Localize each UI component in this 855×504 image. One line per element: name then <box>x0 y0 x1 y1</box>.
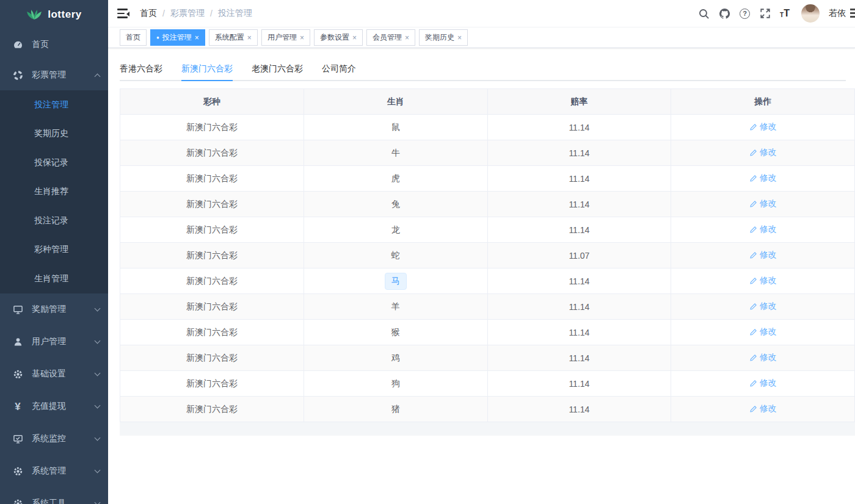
lottery-cell: 新澳门六合彩 <box>120 320 304 345</box>
edit-button[interactable]: 修改 <box>749 326 777 337</box>
submenu-item-lottery-type[interactable]: 彩种管理 <box>0 236 108 265</box>
edit-button[interactable]: 修改 <box>749 352 777 363</box>
odds-cell: 11.14 <box>487 345 671 371</box>
close-icon[interactable]: × <box>457 34 462 41</box>
gear-icon <box>12 466 23 477</box>
table-row: 新澳门六合彩 蛇 11.07 修改 <box>120 243 855 268</box>
component-icon <box>12 70 23 81</box>
app-logo[interactable]: lottery <box>0 0 108 29</box>
column-header-actions: 操作 <box>671 89 855 115</box>
edit-button[interactable]: 修改 <box>749 121 777 132</box>
tab-old-macau-lottery[interactable]: 老澳门六合彩 <box>252 57 303 81</box>
tab-new-macau-lottery[interactable]: 新澳门六合彩 <box>181 57 233 81</box>
odds-cell: 11.14 <box>487 397 671 422</box>
table-row: 新澳门六合彩 猴 11.14 修改 <box>120 320 855 345</box>
avatar[interactable] <box>801 4 820 23</box>
tag-system-config[interactable]: 系统配置 × <box>209 29 258 46</box>
edit-label: 修改 <box>760 352 777 363</box>
breadcrumb-separator: / <box>162 9 165 18</box>
submenu-item-bet-records[interactable]: 投注记录 <box>0 206 108 236</box>
edit-button[interactable]: 修改 <box>749 198 777 209</box>
zodiac-cell: 龙 <box>304 217 487 243</box>
edit-button[interactable]: 修改 <box>749 378 777 389</box>
sidebar-item-reward-management[interactable]: 奖励管理 <box>0 293 108 326</box>
edit-button[interactable]: 修改 <box>749 403 777 414</box>
top-navbar: 首页 / 彩票管理 / 投注管理 ? TT 若依 <box>108 0 855 27</box>
font-size-icon[interactable]: TT <box>780 9 790 18</box>
sidebar-collapse-icon[interactable] <box>117 9 129 18</box>
submenu-label: 彩种管理 <box>34 244 68 255</box>
lottery-cell: 新澳门六合彩 <box>120 217 304 243</box>
more-menu-icon[interactable] <box>850 9 855 18</box>
search-icon[interactable] <box>698 8 710 20</box>
odds-cell: 11.14 <box>487 294 671 320</box>
username[interactable]: 若依 <box>829 8 846 19</box>
tag-label: 奖期历史 <box>425 32 454 43</box>
submenu-label: 投保记录 <box>34 157 68 168</box>
submenu-item-zodiac-management[interactable]: 生肖管理 <box>0 264 108 293</box>
lottery-cell: 新澳门六合彩 <box>120 140 304 166</box>
breadcrumb-lottery-management[interactable]: 彩票管理 <box>170 8 205 19</box>
dashboard-icon <box>12 39 23 50</box>
sidebar-item-basic-settings[interactable]: 基础设置 <box>0 358 108 391</box>
chevron-down-icon <box>95 370 101 376</box>
zodiac-badge-selected[interactable]: 马 <box>385 273 407 290</box>
close-icon[interactable]: × <box>300 34 304 41</box>
close-icon[interactable]: × <box>405 34 409 41</box>
edit-label: 修改 <box>760 301 777 312</box>
edit-icon <box>749 149 757 157</box>
sidebar-item-system-monitor[interactable]: 系统监控 <box>0 423 108 455</box>
sidebar-item-system-management[interactable]: 系统管理 <box>0 455 108 488</box>
zodiac-cell: 狗 <box>304 371 487 397</box>
zodiac-cell: 猪 <box>304 397 487 422</box>
tag-label: 用户管理 <box>267 32 297 43</box>
tag-member-management[interactable]: 会员管理 × <box>366 29 415 46</box>
tag-bet-management[interactable]: ● 投注管理 × <box>150 29 205 46</box>
sidebar-item-system-tools[interactable]: 系统工具 <box>0 488 108 504</box>
close-icon[interactable]: × <box>195 34 199 41</box>
table-header-row: 彩种 生肖 赔率 操作 <box>120 89 855 115</box>
edit-button[interactable]: 修改 <box>749 301 777 312</box>
odds-cell: 11.14 <box>487 217 671 243</box>
sidebar-item-home[interactable]: 首页 <box>0 29 108 60</box>
tag-user-management[interactable]: 用户管理 × <box>261 29 310 46</box>
edit-button[interactable]: 修改 <box>749 224 777 235</box>
breadcrumb-home[interactable]: 首页 <box>140 8 157 19</box>
sidebar-item-label: 奖励管理 <box>32 304 95 315</box>
tag-parameter-settings[interactable]: 参数设置 × <box>314 29 363 46</box>
tab-hongkong-lottery[interactable]: 香港六合彩 <box>120 57 162 81</box>
edit-button[interactable]: 修改 <box>749 173 777 184</box>
submenu-item-draw-history[interactable]: 奖期历史 <box>0 120 108 149</box>
submenu-label: 投注记录 <box>34 215 68 226</box>
close-icon[interactable]: × <box>352 34 357 41</box>
breadcrumb-bet-management: 投注管理 <box>218 8 252 19</box>
edit-button[interactable]: 修改 <box>749 250 777 261</box>
chevron-down-icon <box>95 499 101 504</box>
table-row: 新澳门六合彩 猪 11.14 修改 <box>120 397 855 422</box>
sidebar-item-label: 彩票管理 <box>32 70 95 81</box>
app-title: lottery <box>48 9 81 21</box>
help-icon[interactable]: ? <box>740 9 750 19</box>
main-area: 首页 / 彩票管理 / 投注管理 ? TT 若依 <box>108 0 855 504</box>
edit-button[interactable]: 修改 <box>749 275 777 286</box>
zodiac-cell: 兔 <box>304 192 487 217</box>
sidebar-item-lottery-management[interactable]: 彩票管理 <box>0 60 108 90</box>
odds-cell: 11.14 <box>487 166 671 192</box>
edit-icon <box>749 277 757 285</box>
github-icon[interactable] <box>719 8 730 20</box>
lottery-cell: 新澳门六合彩 <box>120 192 304 217</box>
tab-company-intro[interactable]: 公司简介 <box>322 57 356 81</box>
sidebar-item-recharge-withdraw[interactable]: ¥ 充值提现 <box>0 391 108 423</box>
tag-home[interactable]: 首页 <box>120 29 147 46</box>
tag-draw-history[interactable]: 奖期历史 × <box>419 29 468 46</box>
tool-icon <box>12 498 23 504</box>
edit-button[interactable]: 修改 <box>749 147 777 158</box>
close-icon[interactable]: × <box>247 34 252 41</box>
fullscreen-icon[interactable] <box>759 8 771 20</box>
submenu-item-bet-management[interactable]: 投注管理 <box>0 90 108 120</box>
submenu-item-zodiac-recommend[interactable]: 生肖推荐 <box>0 178 108 207</box>
submenu-label: 生肖管理 <box>34 273 68 284</box>
edit-label: 修改 <box>760 403 777 414</box>
submenu-item-insure-records[interactable]: 投保记录 <box>0 148 108 178</box>
sidebar-item-user-management[interactable]: 用户管理 <box>0 326 108 358</box>
